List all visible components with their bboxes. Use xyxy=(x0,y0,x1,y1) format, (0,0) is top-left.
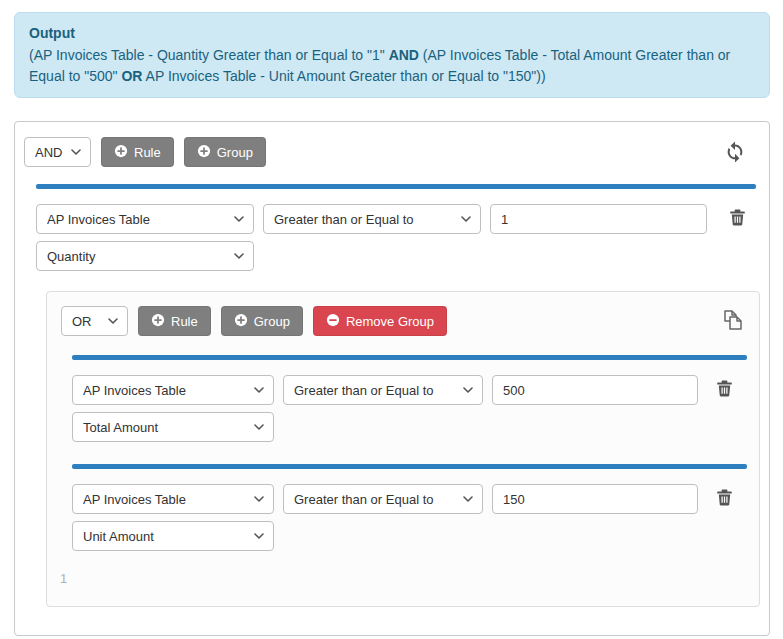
nested-condition-select[interactable]: OR xyxy=(62,307,127,335)
delete-rule-button[interactable] xyxy=(716,380,733,400)
field-select-box: Total Amount xyxy=(72,412,274,442)
operator-select-box: Greater than or Equal to xyxy=(283,375,483,405)
value-input[interactable] xyxy=(492,375,698,405)
delete-rule-button[interactable] xyxy=(729,209,746,229)
rule-row: AP Invoices Table Greater than or Equal … xyxy=(36,204,754,234)
field-select[interactable]: Quantity xyxy=(37,242,253,270)
root-group-header: AND Rule Group xyxy=(15,137,769,167)
nested-group: OR Rule Group Remove Group xyxy=(46,291,760,607)
output-alert-text: (AP Invoices Table - Quantity Greater th… xyxy=(29,45,755,87)
remove-group-button[interactable]: Remove Group xyxy=(313,306,447,336)
operator-select-box: Greater than or Equal to xyxy=(263,204,481,234)
page: Output (AP Invoices Table - Quantity Gre… xyxy=(0,0,783,639)
remove-group-label: Remove Group xyxy=(346,314,434,329)
table-select[interactable]: AP Invoices Table xyxy=(73,485,273,513)
refresh-button[interactable] xyxy=(724,140,746,165)
copy-icon xyxy=(720,308,744,335)
trash-icon xyxy=(716,489,733,509)
table-select[interactable]: AP Invoices Table xyxy=(73,376,273,404)
operator-select[interactable]: Greater than or Equal to xyxy=(264,205,480,233)
rule-unit-amount: AP Invoices Table Greater than or Equal … xyxy=(72,464,745,551)
nested-group-header: OR Rule Group Remove Group xyxy=(47,306,759,336)
operator-select[interactable]: Greater than or Equal to xyxy=(284,376,482,404)
plus-circle-icon xyxy=(114,144,128,161)
table-select-box: AP Invoices Table xyxy=(36,204,254,234)
table-select[interactable]: AP Invoices Table xyxy=(37,205,253,233)
delete-rule-button[interactable] xyxy=(716,489,733,509)
refresh-icon xyxy=(724,140,746,165)
operator-select-box: Greater than or Equal to xyxy=(283,484,483,514)
nested-condition-select-box: OR xyxy=(61,306,128,336)
field-row: Total Amount xyxy=(72,412,745,442)
trash-icon xyxy=(716,380,733,400)
field-select[interactable]: Unit Amount xyxy=(73,522,273,550)
field-select-box: Unit Amount xyxy=(72,521,274,551)
table-select-box: AP Invoices Table xyxy=(72,484,274,514)
output-alert-title: Output xyxy=(29,23,755,44)
nested-rules-list: AP Invoices Table Greater than or Equal … xyxy=(47,336,759,551)
plus-circle-icon xyxy=(197,144,211,161)
trash-icon xyxy=(729,209,746,229)
add-rule-label: Rule xyxy=(171,314,198,329)
add-group-label: Group xyxy=(254,314,290,329)
rule-row: AP Invoices Table Greater than or Equal … xyxy=(72,484,745,514)
field-select[interactable]: Total Amount xyxy=(73,413,273,441)
add-rule-button[interactable]: Rule xyxy=(138,306,211,336)
value-input[interactable] xyxy=(492,484,698,514)
rule-divider xyxy=(72,355,747,360)
output-expression-and: AND xyxy=(389,47,419,63)
copy-group-button[interactable] xyxy=(720,308,744,335)
output-expression-or: OR xyxy=(121,68,142,84)
table-select-box: AP Invoices Table xyxy=(72,375,274,405)
value-input[interactable] xyxy=(490,204,707,234)
query-builder-panel: AND Rule Group AP xyxy=(14,121,770,636)
rule-quantity: AP Invoices Table Greater than or Equal … xyxy=(36,184,754,271)
add-group-button[interactable]: Group xyxy=(221,306,303,336)
rule-divider xyxy=(72,464,747,469)
output-alert: Output (AP Invoices Table - Quantity Gre… xyxy=(14,12,770,98)
root-rules-list: AP Invoices Table Greater than or Equal … xyxy=(15,167,769,607)
add-group-label: Group xyxy=(217,145,253,160)
field-row: Unit Amount xyxy=(72,521,745,551)
minus-circle-icon xyxy=(326,313,340,330)
group-index-label: 1 xyxy=(60,571,759,586)
add-group-button[interactable]: Group xyxy=(184,137,266,167)
rule-row: AP Invoices Table Greater than or Equal … xyxy=(72,375,745,405)
root-condition-select[interactable]: AND xyxy=(25,138,90,166)
add-rule-button[interactable]: Rule xyxy=(101,137,174,167)
field-row: Quantity xyxy=(36,241,754,271)
output-expression-part: AP Invoices Table - Unit Amount Greater … xyxy=(142,68,545,84)
add-rule-label: Rule xyxy=(134,145,161,160)
root-condition-select-box: AND xyxy=(24,137,91,167)
rule-divider xyxy=(36,184,756,189)
plus-circle-icon xyxy=(151,313,165,330)
rule-total-amount: AP Invoices Table Greater than or Equal … xyxy=(72,355,745,442)
field-select-box: Quantity xyxy=(36,241,254,271)
output-expression-part: (AP Invoices Table - Quantity Greater th… xyxy=(29,47,389,63)
operator-select[interactable]: Greater than or Equal to xyxy=(284,485,482,513)
plus-circle-icon xyxy=(234,313,248,330)
